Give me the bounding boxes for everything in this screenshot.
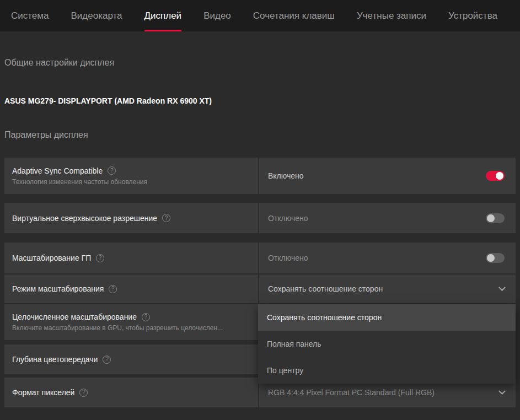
setting-value: Отключено	[268, 254, 308, 262]
display-selector[interactable]: ASUS MG279- DISPLAYPORT (AMD Radeon RX 6…	[4, 96, 212, 105]
scaling-mode-value: Сохранять соотношение сторон	[268, 284, 383, 293]
adaptive-sync-value-cell: Включено	[258, 158, 516, 194]
gpu-scaling-toggle[interactable]	[486, 253, 505, 263]
toggle-knob	[496, 172, 503, 180]
setting-label: Формат пикселей	[12, 388, 74, 397]
radeon-settings-page: Система Видеокарта Дисплей Видео Сочетан…	[0, 0, 520, 420]
scaling-mode-label-cell: Режим масштабирования ?	[4, 274, 258, 303]
help-icon[interactable]: ?	[103, 356, 111, 364]
help-icon[interactable]: ?	[108, 166, 116, 175]
integer-scaling-label-cell: Целочисленное масштабирование ? Включите…	[4, 304, 258, 340]
vsr-toggle[interactable]	[486, 213, 505, 223]
tab-graphics-card[interactable]: Видеокарта	[71, 0, 122, 31]
scaling-mode-dropdown: Сохранять соотношение сторон Полная пане…	[258, 304, 516, 384]
setting-label: Масштабирование ГП	[12, 254, 91, 262]
tab-system[interactable]: Система	[11, 0, 49, 31]
pixel-format-value: RGB 4:4:4 Pixel Format PC Standard (Full…	[268, 388, 435, 397]
tab-display[interactable]: Дисплей	[144, 0, 182, 31]
settings-group-scaling: Масштабирование ГП ? Отключено Режим мас…	[4, 243, 516, 340]
setting-value: Включено	[268, 171, 304, 180]
setting-sublabel: Технология изменения частоты обновления	[12, 178, 249, 186]
setting-row-vsr: Виртуальное сверхвысокое разрешение ? От…	[4, 203, 516, 233]
section-title-params: Параметры дисплея	[4, 130, 516, 140]
chevron-down-icon	[498, 284, 506, 291]
dropdown-option-keep-aspect-ratio[interactable]: Сохранять соотношение сторон	[258, 304, 516, 331]
tab-bar: Система Видеокарта Дисплей Видео Сочетан…	[0, 0, 520, 31]
toggle-knob	[487, 254, 495, 262]
setting-sublabel: Включите масштабирование в GPU, чтобы ра…	[12, 324, 249, 332]
section-title-general: Общие настройки дисплея	[4, 58, 516, 68]
gpu-scaling-label-cell: Масштабирование ГП ?	[4, 243, 258, 273]
dropdown-option-center[interactable]: По центру	[258, 357, 516, 384]
setting-row-scaling-mode: Режим масштабирования ? Сохранять соотно…	[4, 273, 516, 303]
vsr-label-cell: Виртуальное сверхвысокое разрешение ?	[4, 203, 258, 233]
gpu-scaling-value-cell: Отключено	[258, 243, 516, 273]
dropdown-option-full-panel[interactable]: Полная панель	[258, 331, 516, 357]
help-icon[interactable]: ?	[96, 254, 104, 262]
display-settings-content: Общие настройки дисплея ASUS MG279- DISP…	[0, 58, 520, 407]
tab-devices[interactable]: Устройства	[448, 0, 497, 31]
setting-row-gpu-scaling: Масштабирование ГП ? Отключено	[4, 243, 516, 273]
tab-video[interactable]: Видео	[203, 0, 231, 31]
setting-row-adaptive-sync: Adaptive Sync Compatible ? Технология из…	[4, 158, 516, 194]
adaptive-sync-label-cell: Adaptive Sync Compatible ? Технология из…	[4, 158, 258, 194]
vsr-value-cell: Отключено	[258, 203, 516, 233]
adaptive-sync-toggle[interactable]	[486, 171, 505, 181]
help-icon[interactable]: ?	[109, 285, 117, 293]
scaling-mode-select[interactable]: Сохранять соотношение сторон Сохранять с…	[258, 274, 516, 303]
setting-label: Режим масштабирования	[12, 284, 104, 293]
setting-label: Виртуальное сверхвысокое разрешение	[12, 214, 157, 223]
help-icon[interactable]: ?	[142, 313, 150, 321]
tab-hotkeys[interactable]: Сочетания клавиш	[253, 0, 335, 31]
setting-value: Отключено	[268, 214, 308, 223]
setting-label: Целочисленное масштабирование	[12, 313, 137, 321]
color-depth-label-cell: Глубина цветопередачи ?	[4, 344, 258, 374]
help-icon[interactable]: ?	[162, 214, 170, 222]
toggle-knob	[487, 214, 495, 222]
help-icon[interactable]: ?	[79, 389, 88, 397]
pixel-format-label-cell: Формат пикселей ?	[4, 378, 258, 407]
setting-label: Adaptive Sync Compatible	[12, 166, 103, 175]
tab-accounts[interactable]: Учетные записи	[357, 0, 426, 31]
chevron-down-icon	[498, 387, 506, 395]
setting-label: Глубина цветопередачи	[12, 355, 98, 364]
